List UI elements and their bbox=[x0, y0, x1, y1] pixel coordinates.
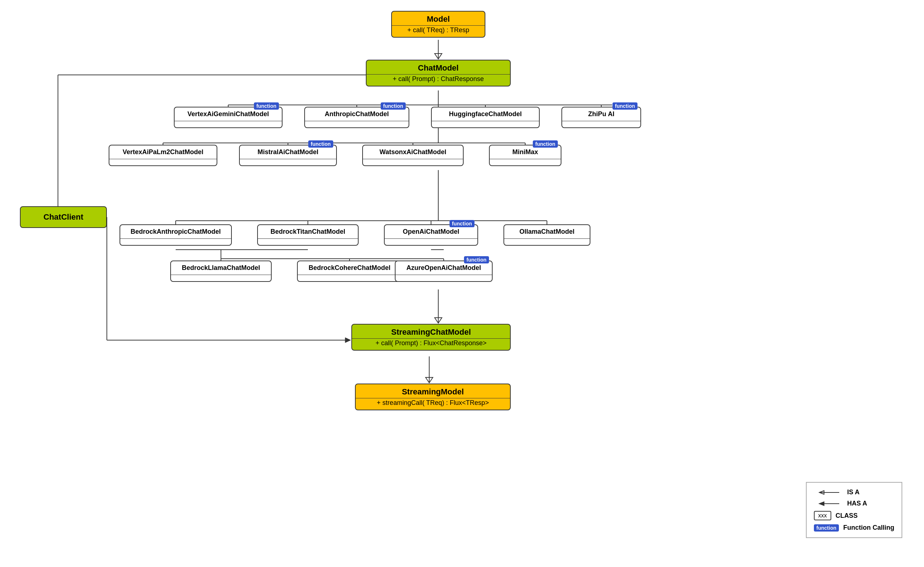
chatmodel-box: ChatModel + call( Prompt) : ChatResponse bbox=[366, 60, 511, 87]
streaming-chatmodel-method: + call( Prompt) : Flux<ChatResponse> bbox=[352, 338, 510, 350]
svg-marker-1 bbox=[435, 54, 442, 59]
svg-marker-42 bbox=[819, 502, 824, 506]
openai-badge: function bbox=[450, 220, 474, 227]
chatclient-title: ChatClient bbox=[44, 212, 83, 222]
mistral-badge: function bbox=[308, 140, 333, 148]
watsonx-title: WatsonxAiChatModel bbox=[363, 146, 463, 158]
bedrock-cohere-title: BedrockCohereChatModel bbox=[298, 261, 401, 273]
legend-function: function Function Calling bbox=[814, 524, 894, 531]
legend-class: xxx CLASS bbox=[814, 511, 894, 520]
zhipu-box: function ZhiPu AI bbox=[561, 107, 641, 128]
model-title: Model bbox=[392, 12, 485, 26]
bedrock-llama-title: BedrockLlamaChatModel bbox=[171, 261, 271, 273]
legend-has-a: HAS A bbox=[814, 500, 894, 507]
vertexai-gemini-box: function VertexAiGeminiChatModel bbox=[174, 107, 283, 128]
minimax-box: function MiniMax bbox=[489, 145, 561, 166]
legend-is-a-label: IS A bbox=[847, 489, 859, 496]
streaming-model-box: StreamingModel + streamingCall( TReq) : … bbox=[355, 384, 511, 410]
ollama-title: OllamaChatModel bbox=[504, 225, 590, 237]
legend-function-badge: function bbox=[814, 524, 839, 531]
model-method: + call( TReq) : TResp bbox=[392, 26, 485, 37]
svg-marker-34 bbox=[345, 338, 351, 343]
chatmodel-method: + call( Prompt) : ChatResponse bbox=[367, 74, 510, 86]
vertexai-palm2-box: VertexAiPaLm2ChatModel bbox=[109, 145, 217, 166]
model-box: Model + call( TReq) : TResp bbox=[391, 11, 485, 38]
openai-box: function OpenAiChatModel bbox=[384, 224, 478, 246]
vertexai-palm2-title: VertexAiPaLm2ChatModel bbox=[109, 146, 217, 158]
bedrock-anthropic-box: BedrockAnthropicChatModel bbox=[119, 224, 232, 246]
legend-has-a-label: HAS A bbox=[847, 500, 867, 507]
streaming-model-method: + streamingCall( TReq) : Flux<TResp> bbox=[356, 398, 510, 410]
legend-class-sample: xxx bbox=[814, 511, 831, 520]
huggingface-title: HuggingfaceChatModel bbox=[432, 108, 539, 119]
streaming-model-title: StreamingModel bbox=[356, 384, 510, 398]
chatclient-box: ChatClient bbox=[20, 206, 107, 228]
vertexai-gemini-badge: function bbox=[254, 102, 279, 110]
zhipu-badge: function bbox=[612, 102, 638, 110]
legend-function-label: Function Calling bbox=[843, 524, 894, 531]
bedrock-titan-title: BedrockTitanChatModel bbox=[258, 225, 358, 237]
anthropic-box: function AnthropicChatModel bbox=[304, 107, 409, 128]
streaming-chatmodel-title: StreamingChatModel bbox=[352, 325, 510, 338]
svg-marker-31 bbox=[435, 318, 442, 323]
legend: IS A HAS A xxx CLASS function Function C… bbox=[806, 482, 902, 538]
bedrock-anthropic-title: BedrockAnthropicChatModel bbox=[120, 225, 231, 237]
chatmodel-title: ChatModel bbox=[367, 60, 510, 74]
azure-openai-badge: function bbox=[464, 256, 489, 263]
diagram-container: Model + call( TReq) : TResp ChatModel + … bbox=[0, 0, 924, 567]
mistral-box: function MistralAiChatModel bbox=[239, 145, 337, 166]
streaming-chatmodel-box: StreamingChatModel + call( Prompt) : Flu… bbox=[351, 324, 511, 351]
bedrock-titan-box: BedrockTitanChatModel bbox=[257, 224, 358, 246]
minimax-badge: function bbox=[533, 140, 558, 148]
bedrock-llama-box: BedrockLlamaChatModel bbox=[170, 261, 272, 282]
ollama-box: OllamaChatModel bbox=[504, 224, 590, 246]
svg-marker-38 bbox=[426, 377, 433, 383]
legend-is-a: IS A bbox=[814, 489, 894, 496]
legend-class-label: CLASS bbox=[836, 512, 858, 520]
anthropic-badge: function bbox=[381, 102, 406, 110]
azure-openai-box: function AzureOpenAiChatModel bbox=[395, 261, 493, 282]
huggingface-box: HuggingfaceChatModel bbox=[431, 107, 540, 128]
watsonx-box: WatsonxAiChatModel bbox=[362, 145, 464, 166]
bedrock-cohere-box: BedrockCohereChatModel bbox=[297, 261, 402, 282]
